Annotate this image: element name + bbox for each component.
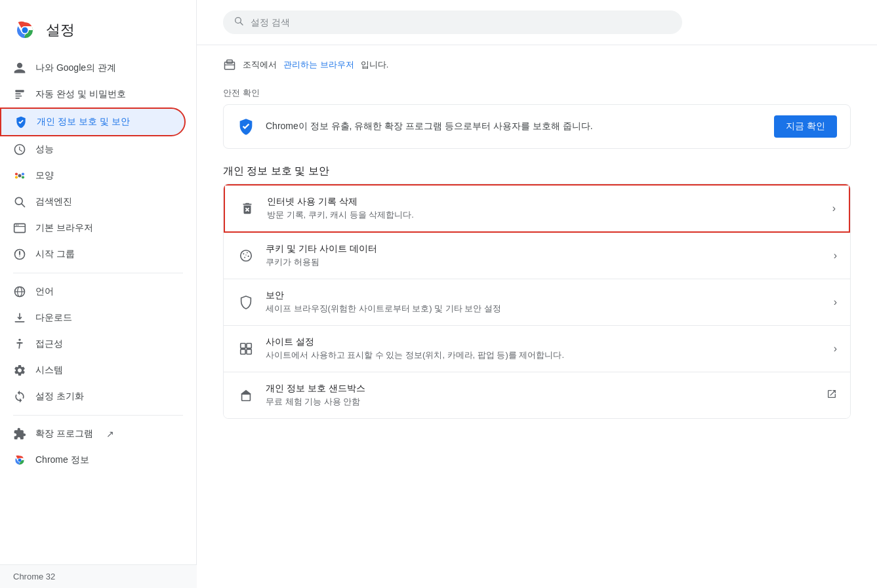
sidebar-item-search-engine[interactable]: 검색엔진: [0, 189, 186, 215]
svg-point-36: [245, 254, 246, 255]
search-engine-icon: [13, 195, 26, 208]
browser-icon: [13, 222, 26, 235]
security-row[interactable]: 보안 세이프 브라우징(위험한 사이트로부터 보호) 및 기타 보안 설정 ›: [224, 279, 850, 326]
sidebar-item-autofill[interactable]: 자동 완성 및 비밀번호: [0, 81, 186, 108]
managed-icon: [223, 58, 236, 71]
sidebar-item-default-browser[interactable]: 기본 브라우저: [0, 215, 186, 241]
svg-rect-37: [241, 343, 245, 348]
svg-point-6: [18, 174, 22, 178]
sidebar-item-label: 나와 Google의 관계: [35, 62, 116, 74]
arrow-icon: ›: [834, 343, 837, 355]
privacy-sandbox-row[interactable]: 개인 정보 보호 샌드박스 무료 체험 기능 사용 안함: [224, 372, 850, 418]
language-icon: [13, 285, 26, 298]
sidebar-logo: 설정: [0, 10, 196, 55]
svg-point-25: [18, 459, 22, 462]
extensions-icon: [13, 427, 26, 441]
cookies-icon: [237, 246, 255, 265]
search-icon: [234, 16, 244, 29]
svg-point-7: [15, 172, 18, 175]
sidebar-item-label: 접근성: [35, 338, 63, 350]
safety-check-button[interactable]: 지금 확인: [774, 115, 837, 138]
arrow-icon: ›: [832, 203, 836, 214]
app-title: 설정: [46, 20, 75, 40]
sidebar-item-label: 검색엔진: [35, 196, 72, 208]
privacy-settings-card: 인터넷 사용 기록 삭제 방문 기록, 쿠키, 캐시 등을 삭제합니다. ›: [223, 184, 851, 419]
search-input[interactable]: [251, 17, 672, 28]
sidebar: 설정 나와 Google의 관계 자동 완성 및 비밀번호: [0, 0, 197, 588]
svg-rect-13: [14, 224, 26, 232]
cookies-desc: 쿠키가 허용됨: [266, 256, 823, 268]
sidebar-item-privacy[interactable]: 개인 정보 보호 및 보안: [0, 108, 186, 136]
cookies-title: 쿠키 및 기타 사이트 데이터: [266, 243, 823, 255]
sidebar-item-performance[interactable]: 성능: [0, 136, 186, 163]
sidebar-item-label: Chrome 정보: [35, 454, 89, 466]
site-settings-title: 사이트 설정: [266, 336, 823, 348]
sidebar-item-label: 자동 완성 및 비밀번호: [35, 88, 126, 100]
svg-rect-2: [15, 90, 24, 92]
accessibility-icon: [13, 338, 26, 351]
svg-rect-4: [15, 96, 22, 97]
sandbox-icon: [237, 386, 255, 404]
external-icon: [826, 389, 837, 402]
sidebar-item-system[interactable]: 시스템: [0, 357, 186, 383]
sidebar-divider-2: [13, 415, 183, 416]
bottom-bar: Chrome 32: [0, 564, 197, 588]
arrow-icon: ›: [834, 296, 837, 308]
trash-icon: [238, 199, 256, 218]
chrome-version-label: Chrome 32: [13, 572, 55, 581]
svg-point-10: [22, 176, 24, 178]
sidebar-item-download[interactable]: 다운로드: [0, 305, 186, 331]
clear-browsing-content: 인터넷 사용 기록 삭제 방문 기록, 쿠키, 캐시 등을 삭제합니다.: [267, 196, 822, 221]
sidebar-item-about[interactable]: Chrome 정보: [0, 447, 186, 473]
clear-browsing-row[interactable]: 인터넷 사용 기록 삭제 방문 기록, 쿠키, 캐시 등을 삭제합니다. ›: [224, 184, 850, 233]
managed-link[interactable]: 관리하는 브라우저: [283, 59, 354, 71]
performance-icon: [13, 143, 26, 156]
svg-point-35: [244, 257, 245, 258]
sidebar-item-accessibility[interactable]: 접근성: [0, 331, 186, 357]
search-bar: [223, 10, 682, 34]
site-settings-row[interactable]: 사이트 설정 사이트에서 사용하고 표시할 수 있는 정보(위치, 카메라, 팝…: [224, 326, 850, 372]
cookies-content: 쿠키 및 기타 사이트 데이터 쿠키가 허용됨: [266, 243, 823, 268]
security-title: 보안: [266, 290, 823, 302]
svg-rect-5: [15, 98, 20, 99]
clear-browsing-desc: 방문 기록, 쿠키, 캐시 등을 삭제합니다.: [267, 209, 822, 221]
svg-line-27: [240, 22, 243, 25]
sidebar-item-reset[interactable]: 설정 초기화: [0, 383, 186, 410]
cookies-row[interactable]: 쿠키 및 기타 사이트 데이터 쿠키가 허용됨 ›: [224, 233, 850, 279]
svg-point-33: [247, 252, 248, 254]
sidebar-item-extensions[interactable]: 확장 프로그램 ↗: [0, 421, 186, 447]
sidebar-item-profile[interactable]: 나와 Google의 관계: [0, 55, 186, 81]
managed-notice: 조직에서 관리하는 브라우저 입니다.: [223, 58, 851, 71]
svg-point-31: [241, 250, 252, 262]
sidebar-divider: [13, 273, 183, 273]
svg-point-16: [18, 225, 19, 226]
svg-rect-38: [247, 343, 251, 348]
sidebar-nav: 나와 Google의 관계 자동 완성 및 비밀번호: [0, 55, 196, 473]
safety-check-description: Chrome이 정보 유출, 유해한 확장 프로그램 등으로부터 사용자를 보호…: [266, 121, 764, 132]
svg-point-34: [248, 256, 249, 257]
svg-point-1: [22, 28, 28, 33]
svg-point-15: [16, 225, 17, 226]
privacy-sandbox-content: 개인 정보 보호 샌드박스 무료 체험 기능 사용 안함: [266, 383, 816, 408]
system-icon: [13, 364, 26, 377]
managed-text-prefix: 조직에서: [243, 59, 277, 71]
main-content: 조직에서 관리하는 브라우저 입니다. 안전 확인 Chrome이 정보 유출,…: [197, 0, 877, 588]
site-settings-icon: [237, 340, 255, 358]
sidebar-item-startup[interactable]: 시작 그룹: [0, 241, 186, 267]
svg-point-32: [243, 253, 244, 254]
startup-icon: [13, 248, 26, 261]
sidebar-item-label: 기본 브라우저: [35, 222, 93, 234]
sidebar-item-label: 확장 프로그램: [35, 428, 93, 440]
sidebar-item-appearance[interactable]: 모양: [0, 163, 186, 189]
chrome-about-icon: [13, 454, 26, 467]
managed-text-suffix: 입니다.: [361, 59, 389, 71]
svg-rect-41: [242, 394, 251, 401]
security-content: 보안 세이프 브라우징(위험한 사이트로부터 보호) 및 기타 보안 설정: [266, 290, 823, 315]
sidebar-item-language[interactable]: 언어: [0, 279, 186, 305]
content-area: 조직에서 관리하는 브라우저 입니다. 안전 확인 Chrome이 정보 유출,…: [197, 45, 877, 445]
privacy-section-title: 개인 정보 보호 및 보안: [223, 165, 851, 178]
svg-rect-40: [247, 349, 251, 354]
autofill-icon: [13, 88, 26, 101]
download-icon: [13, 311, 26, 324]
site-settings-desc: 사이트에서 사용하고 표시할 수 있는 정보(위치, 카메라, 팝업 등)를 제…: [266, 349, 823, 361]
